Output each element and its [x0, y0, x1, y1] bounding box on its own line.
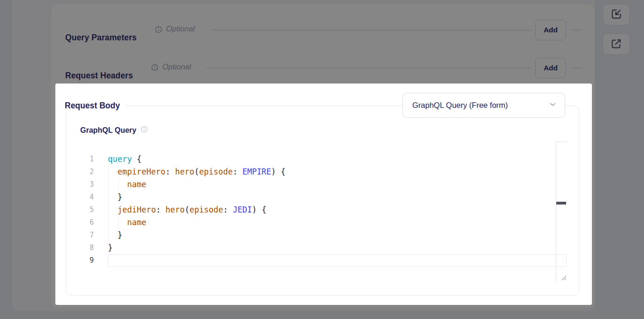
- code-line: 6 name: [69, 216, 567, 229]
- code-text: [94, 254, 108, 267]
- line-number: 9: [69, 254, 94, 267]
- indent-guide: [108, 191, 109, 204]
- code-lines: 1query {2 empireHero: hero(episode: EMPI…: [69, 153, 567, 267]
- code-line: 2 empireHero: hero(episode: EMPIRE) {: [69, 166, 567, 178]
- code-text: empireHero: hero(episode: EMPIRE) {: [94, 166, 286, 178]
- line-number: 6: [69, 216, 94, 229]
- line-number: 8: [69, 242, 94, 254]
- active-line-highlight: [108, 254, 567, 267]
- code-line: 9: [69, 254, 567, 267]
- code-text: }: [94, 242, 113, 254]
- graphql-query-label-row: GraphQL Query: [80, 126, 148, 135]
- editor-scrollbar-thumb[interactable]: [556, 202, 566, 205]
- indent-guide: [108, 229, 109, 242]
- body-type-select-value: GraphQL Query (Free form): [412, 101, 548, 110]
- code-text: name: [94, 216, 146, 229]
- chevron-down-icon: [548, 100, 557, 111]
- info-circle-icon[interactable]: [141, 126, 148, 135]
- indent-guide: [108, 216, 109, 229]
- indent-guide: [108, 204, 109, 216]
- code-line: 1query {: [69, 153, 567, 166]
- editor-scrollbar-track: [556, 142, 567, 282]
- line-number: 5: [69, 204, 94, 216]
- graphql-query-label: GraphQL Query: [80, 126, 136, 135]
- line-number: 4: [69, 191, 94, 204]
- indent-guide: [118, 216, 119, 229]
- line-number: 1: [69, 153, 94, 166]
- indent-guide: [108, 166, 109, 178]
- request-body-title: Request Body: [59, 99, 126, 112]
- indent-guide: [118, 178, 119, 191]
- line-number: 3: [69, 178, 94, 191]
- line-number: 7: [69, 229, 94, 242]
- body-type-select[interactable]: GraphQL Query (Free form): [402, 93, 565, 118]
- indent-guide: [108, 178, 109, 191]
- request-builder-screen: Query Parameters Optional Add Request He…: [0, 0, 644, 319]
- resize-grip-icon[interactable]: [560, 274, 568, 281]
- code-line: 3 name: [69, 178, 567, 191]
- code-line: 7 }: [69, 229, 567, 242]
- request-body-spotlight: Request Body GraphQL Query (Free form) G…: [55, 84, 592, 305]
- code-text: jediHero: hero(episode: JEDI) {: [94, 204, 266, 216]
- code-line: 8}: [69, 242, 567, 254]
- line-number: 2: [69, 166, 94, 178]
- code-text: query {: [94, 153, 142, 166]
- code-line: 4 }: [69, 191, 567, 204]
- code-line: 5 jediHero: hero(episode: JEDI) {: [69, 204, 567, 216]
- code-text: name: [94, 178, 146, 191]
